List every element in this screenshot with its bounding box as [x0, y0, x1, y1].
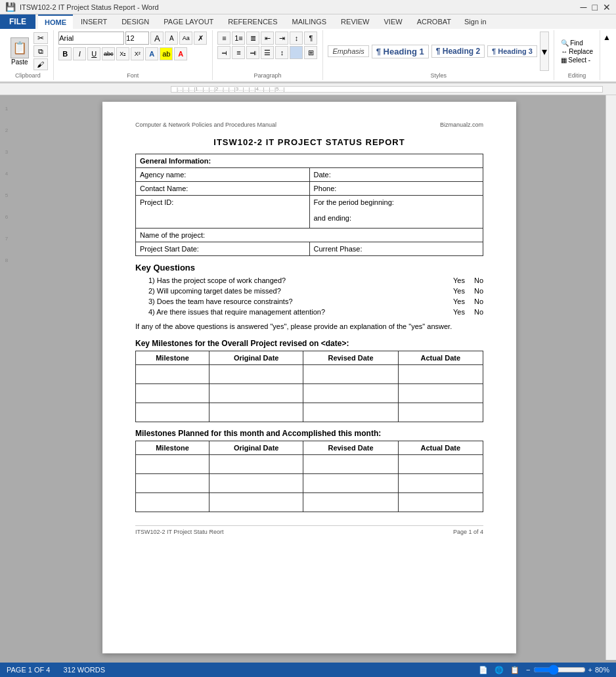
close-icon[interactable]: ✕ [603, 2, 611, 12]
question-3-options: Yes No [453, 297, 483, 305]
maximize-icon[interactable]: □ [592, 2, 598, 12]
question-row-1: 1) Has the project scope of work changed… [148, 276, 483, 284]
shading-button[interactable] [290, 46, 303, 59]
paste-icon: 📋 [11, 37, 29, 58]
header-left: Computer & Network Policies and Procedur… [135, 121, 276, 128]
align-center-button[interactable]: ≡ [232, 46, 245, 59]
minimize-icon[interactable]: ─ [581, 2, 587, 12]
left-sidebar: 1 2 3 4 5 6 7 8 [0, 95, 13, 660]
document-area[interactable]: Computer & Network Policies and Procedur… [13, 95, 605, 660]
find-button[interactable]: 🔍 Find [561, 39, 593, 47]
phone-cell: Phone: [309, 182, 483, 196]
strikethrough-button[interactable]: abc [102, 47, 115, 60]
clipboard-content: 📋 Paste ✂ ⧉ 🖌 [8, 32, 48, 71]
tab-view[interactable]: VIEW [378, 15, 409, 28]
revised-date-cell [303, 454, 398, 473]
current-phase-cell: Current Phase: [309, 242, 483, 256]
original-date-cell [209, 492, 303, 512]
paragraph-group: ≡ 1≡ ≣ ⇤ ⇥ ↕ ¶ ⫤ ≡ ⫥ ☰ ↕ ⊞ Pa [213, 30, 323, 80]
style-heading1[interactable]: ¶ Heading 1 [372, 45, 429, 58]
change-case-button[interactable]: Aa [179, 32, 192, 45]
tab-references[interactable]: REFERENCES [221, 15, 284, 28]
period-ending-label: and ending: [314, 214, 479, 222]
increase-indent-button[interactable]: ⇥ [275, 32, 288, 45]
window-controls[interactable]: ─ □ ✕ [581, 2, 611, 12]
line-spacing-button[interactable]: ↕ [275, 46, 288, 59]
title-bar: 💾 ITSW102-2 IT Project Status Report - W… [0, 0, 616, 14]
copy-button[interactable]: ⧉ [33, 45, 48, 57]
underline-button[interactable]: U [87, 47, 100, 60]
original-date-cell [209, 473, 303, 492]
contact-name-label: Contact Name: [140, 185, 188, 192]
tab-review[interactable]: REVIEW [334, 15, 376, 28]
clear-format-button[interactable]: ✗ [194, 32, 207, 45]
styles-group-label: Styles [430, 71, 447, 79]
actual-date-cell [398, 383, 483, 403]
cut-button[interactable]: ✂ [33, 32, 48, 44]
editing-buttons: 🔍 Find ↔ Replace ▦ Select - [561, 39, 593, 64]
right-sidebar[interactable] [605, 95, 616, 660]
clipboard-group: 📋 Paste ✂ ⧉ 🖌 Clipboard [3, 30, 54, 80]
multilevel-list-button[interactable]: ≣ [246, 32, 259, 45]
select-button[interactable]: ▦ Select - [561, 56, 593, 64]
format-painter-button[interactable]: 🖌 [33, 58, 48, 70]
milestones-header-row-2: Milestone Original Date Revised Date Act… [136, 441, 483, 454]
grow-font-button[interactable]: A [150, 32, 164, 45]
show-para-button[interactable]: ¶ [304, 32, 317, 45]
menu-tabs: HOME INSERT DESIGN PAGE LAYOUT REFERENCE… [35, 14, 495, 29]
text-effect-button[interactable]: A [145, 47, 158, 60]
tab-home[interactable]: HOME [38, 14, 73, 29]
bullets-button[interactable]: ≡ [217, 32, 231, 45]
q2-no: No [474, 287, 483, 295]
font-name-input[interactable]: Arial [58, 32, 124, 45]
milestones-title-2: Milestones Planned for this month and Ac… [135, 429, 483, 438]
sort-button[interactable]: ↕ [290, 32, 303, 45]
sign-in-link[interactable]: Sign in [459, 15, 492, 28]
numbering-button[interactable]: 1≡ [232, 32, 245, 45]
align-right-button[interactable]: ⫥ [246, 46, 259, 59]
table-row [136, 473, 483, 492]
tab-mailings[interactable]: MAILINGS [286, 15, 334, 28]
project-name-label: Name of the project: [140, 231, 205, 239]
original-date-cell [209, 364, 303, 383]
superscript-button[interactable]: X² [131, 47, 144, 60]
align-left-button[interactable]: ⫤ [217, 46, 231, 59]
milestones-header-row-1: Milestone Original Date Revised Date Act… [136, 351, 483, 364]
collapse-ribbon-button[interactable]: ▲ [600, 30, 613, 80]
style-emphasis[interactable]: Emphasis [328, 45, 368, 57]
style-heading3[interactable]: ¶ Heading 3 [487, 45, 537, 57]
phone-label: Phone: [314, 185, 337, 192]
shrink-font-button[interactable]: A [165, 32, 178, 45]
tab-design[interactable]: DESIGN [115, 15, 156, 28]
borders-button[interactable]: ⊞ [304, 46, 317, 59]
agency-date-row: Agency name: Date: [136, 168, 483, 182]
italic-button[interactable]: I [73, 47, 86, 60]
actual-date-cell [398, 473, 483, 492]
decrease-indent-button[interactable]: ⇤ [261, 32, 274, 45]
replace-button[interactable]: ↔ Replace [561, 48, 593, 55]
font-color-button[interactable]: A [174, 47, 187, 60]
q2-yes: Yes [453, 287, 465, 295]
actual-date-cell [398, 403, 483, 422]
milestone-cell [136, 473, 209, 492]
milestone-cell [136, 492, 209, 512]
select-icon: ▦ [561, 56, 567, 64]
subscript-button[interactable]: X₂ [116, 47, 129, 60]
bold-button[interactable]: B [58, 47, 72, 60]
table-row [136, 364, 483, 383]
more-styles-button[interactable]: ▾ [540, 32, 549, 71]
paste-button[interactable]: 📋 Paste [8, 36, 32, 67]
tab-acrobat[interactable]: ACROBAT [410, 15, 458, 28]
tab-insert[interactable]: INSERT [74, 15, 114, 28]
justify-button[interactable]: ☰ [261, 46, 274, 59]
tab-page-layout[interactable]: PAGE LAYOUT [157, 15, 220, 28]
clipboard-sub-buttons: ✂ ⧉ 🖌 [33, 32, 48, 70]
highlight-button[interactable]: ab [160, 47, 173, 60]
file-tab[interactable]: FILE [0, 14, 35, 29]
actual-date-cell [398, 454, 483, 473]
date-cell: Date: [309, 168, 483, 182]
font-size-input[interactable]: 12 [125, 32, 149, 45]
style-heading2[interactable]: ¶ Heading 2 [431, 45, 485, 58]
project-start-date-label: Project Start Date: [140, 245, 199, 253]
footer-right: Page 1 of 4 [453, 529, 483, 535]
